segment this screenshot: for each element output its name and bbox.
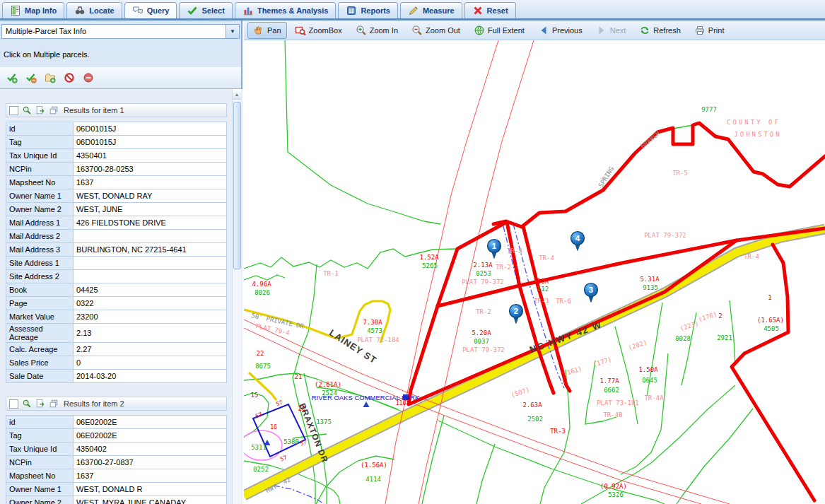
tab-query[interactable]: Query (124, 2, 177, 18)
results-section: Results for item 1id06D01015JTag06D01015… (6, 103, 227, 383)
map-label: 2.63A (522, 402, 542, 409)
table-row: Market Value23200 (6, 310, 227, 324)
table-row: Sales Price0 (6, 356, 227, 370)
zoombox-icon (295, 25, 306, 36)
map-label: (2.61A) (315, 381, 341, 388)
results-checkbox[interactable] (9, 399, 18, 409)
select-subtract-icon[interactable] (25, 72, 37, 83)
map-label: 4573 (367, 327, 382, 334)
map-label: 8675 (255, 363, 271, 370)
tab-reset[interactable]: Reset (464, 2, 516, 18)
tab-measure[interactable]: Measure (400, 2, 462, 18)
zoom-in-button[interactable]: Zoom In (350, 22, 404, 39)
tab-label: Measure (423, 6, 455, 15)
table-row: id06E02002E (6, 416, 227, 429)
block-icon[interactable] (64, 72, 75, 83)
map-label: TR-4 (744, 253, 759, 260)
export-icon[interactable] (35, 399, 45, 409)
folder-add-icon[interactable] (45, 72, 56, 83)
map-marker-1[interactable]: 1 (488, 240, 501, 259)
table-row: id06D01015J (6, 122, 227, 136)
remove-icon[interactable] (83, 72, 94, 83)
field-value: 2.13 (74, 324, 227, 343)
pan-button[interactable]: Pan (247, 22, 287, 39)
button-label: Print (708, 26, 725, 35)
field-value: 1637 (74, 469, 227, 483)
select-icon (187, 5, 198, 16)
field-value (74, 230, 227, 243)
field-label: Assessed Acreage (6, 324, 74, 343)
print-button[interactable]: Print (689, 22, 730, 39)
map-label: (223) (679, 320, 700, 332)
zoom-to-icon[interactable] (22, 399, 32, 409)
field-value: BURLINGTON, NC 27215-4641 (74, 243, 227, 257)
previous-button[interactable]: Previous (532, 22, 588, 39)
map-label: (1.56A) (361, 462, 387, 469)
field-label: Market Value (6, 310, 74, 324)
field-label: Owner Name 2 (6, 496, 74, 504)
themes-icon (242, 5, 254, 16)
attribute-table: id06D01015JTag06D01015JTax Unique Id4350… (6, 122, 227, 383)
refresh-button[interactable]: Refresh (633, 22, 686, 39)
button-label: Next (610, 26, 626, 35)
print-icon (694, 25, 706, 36)
map-label: 16A (537, 278, 549, 285)
copy-icon[interactable] (49, 105, 59, 115)
tab-reports[interactable]: Reports (338, 2, 398, 18)
copy-icon[interactable] (49, 399, 59, 409)
zoombox-button[interactable]: ZoomBox (289, 22, 348, 39)
field-label: Site Address 1 (6, 257, 74, 270)
map-label: 21 (295, 373, 303, 380)
map-label: PLAT 79-372 (462, 346, 505, 353)
zoom-to-icon[interactable] (22, 105, 32, 115)
button-label: Zoom In (370, 26, 398, 35)
zoom-out-button[interactable]: Zoom Out (406, 22, 466, 39)
select-add-icon[interactable] (6, 72, 18, 83)
action-icon-bar (0, 67, 241, 89)
tool-select[interactable]: Multiple-Parcel Tax Info ▼ (1, 24, 240, 39)
map-label: (161) (563, 365, 583, 377)
map-label: 0028 (675, 335, 691, 342)
field-label: Calc. Acreage (6, 343, 74, 356)
field-value: 163700-27-0837 (74, 456, 227, 469)
map-marker-3[interactable]: 3 (585, 283, 598, 303)
table-row: Owner Name 2WEST, MYRA JUNE CANADAY (6, 496, 227, 504)
map-label: PLAT 79-372 (462, 279, 504, 286)
map-canvas[interactable]: 9777COUNTY OFJOHNSTONTR-5SPRINGBRANCH1.5… (244, 40, 825, 504)
scroll-thumb[interactable] (233, 102, 241, 269)
chevron-down-icon[interactable]: ▼ (226, 25, 239, 38)
fullextent-icon (474, 25, 485, 36)
map-label: 0253 (476, 270, 491, 277)
button-label: Previous (552, 26, 583, 35)
tab-label: Select (201, 6, 224, 15)
button-label: ZoomBox (309, 26, 342, 35)
map-label: TR-3 (507, 247, 522, 254)
tab-map-info[interactable]: Map Info (2, 2, 64, 18)
reports-icon (346, 5, 357, 16)
export-icon[interactable] (35, 105, 45, 115)
map-marker-4[interactable]: 4 (571, 232, 585, 251)
map-label: 22 (257, 350, 264, 357)
map-label: 57 (299, 439, 308, 447)
tab-themes-analysis[interactable]: Themes & Analysis (235, 2, 336, 18)
full-extent-button[interactable]: Full Extent (468, 22, 530, 39)
map-label: 1.52A (419, 254, 439, 261)
tab-locate[interactable]: Locate (66, 2, 122, 18)
map-label: 2.13A (473, 262, 493, 269)
map-marker-2[interactable]: 2 (510, 305, 523, 324)
tab-select[interactable]: Select (179, 2, 232, 18)
field-value: 0322 (74, 297, 227, 310)
results-checkbox[interactable] (9, 106, 18, 115)
table-row: Site Address 1 (6, 257, 227, 270)
table-row: Mail Address 3BURLINGTON, NC 27215-4641 (6, 243, 227, 257)
table-row: Mapsheet No1637 (6, 176, 227, 189)
zoomout-icon (411, 25, 423, 36)
scroll-up-icon[interactable]: ▲ (233, 89, 241, 100)
field-value: 2.27 (74, 343, 227, 356)
field-label: Page (6, 297, 74, 310)
field-value: 0 (74, 356, 227, 370)
panel-scrollbar[interactable]: ▲ (232, 89, 241, 504)
button-label: Zoom Out (426, 26, 460, 35)
next-icon (596, 25, 607, 36)
field-value: 06D01015J (74, 136, 227, 149)
